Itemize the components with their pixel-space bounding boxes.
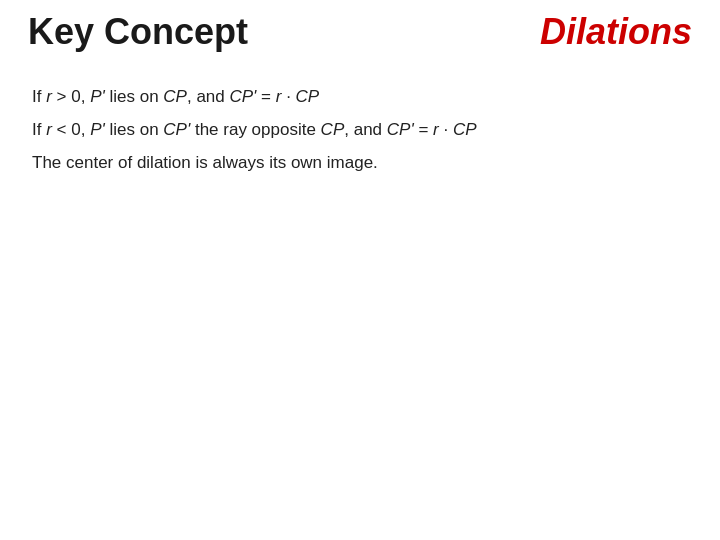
key-concept-title: Key Concept bbox=[28, 10, 248, 53]
content-line-2: If r < 0, P' lies on CP' the ray opposit… bbox=[32, 116, 692, 145]
page-container: Key Concept Dilations If r > 0, P' lies … bbox=[0, 0, 720, 540]
dilations-title: Dilations bbox=[540, 10, 692, 53]
content-line-3: The center of dilation is always its own… bbox=[32, 149, 692, 178]
header-row: Key Concept Dilations bbox=[28, 10, 692, 53]
content-section: If r > 0, P' lies on CP, and CP' = r · C… bbox=[28, 83, 692, 178]
content-line-1: If r > 0, P' lies on CP, and CP' = r · C… bbox=[32, 83, 692, 112]
